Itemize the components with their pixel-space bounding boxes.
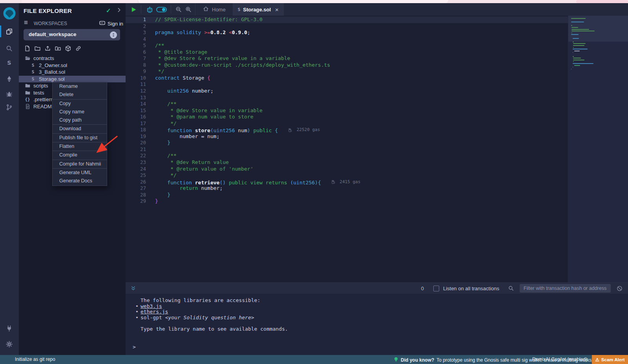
code-line-26[interactable]: 26 function retrieve() public view retur… [126,179,568,186]
cube-icon [65,45,71,52]
code-line-23[interactable]: 23 * @dev Return value [126,159,568,166]
code-line-24[interactable]: 24 * @return value of 'number' [126,166,568,173]
hamburger-icon[interactable]: ≡ [24,19,28,27]
code-line-27[interactable]: 27 return number; [126,185,568,192]
minimap[interactable] [568,16,628,282]
transaction-filter-input[interactable] [520,284,611,293]
menu-item-generate-uml[interactable]: Generate UML [53,169,107,177]
line-number: 2 [126,23,146,30]
code-line-21[interactable]: 21 [126,146,568,153]
line-number: 29 [126,198,146,205]
tab-storage-sol[interactable]: S Storage.sol × [233,3,284,16]
import-url-button[interactable] [75,45,82,52]
clear-console-icon[interactable] [616,285,623,292]
code-line-20[interactable]: 20 } [126,140,568,146]
tree-item-storage-sol[interactable]: SStorage.sol [19,76,126,83]
zoom-out-icon[interactable] [175,6,182,13]
lightbulb-icon [394,357,398,364]
code-line-6[interactable]: 6 * @title Storage [126,49,568,56]
tree-item-2-owner-sol[interactable]: S2_Owner.sol [19,62,126,69]
icon-rail: S [0,3,19,355]
code-line-12[interactable]: 12 uint256 number; [126,88,568,95]
upload-file-button[interactable] [44,45,51,52]
terminal-text: <your Solidity question here> [165,315,254,320]
rail-item-search[interactable] [0,41,18,55]
code-line-9[interactable]: 9 */ [126,68,568,75]
rail-item-settings[interactable] [0,337,18,351]
tree-item-contracts[interactable]: contracts [19,55,126,62]
sign-in-button[interactable]: Sign in [99,20,123,27]
menu-item-compile-for-nahmii[interactable]: Compile for Nahmii [53,160,107,168]
code-line-25[interactable]: 25 */ [126,172,568,179]
new-folder-button[interactable] [34,45,41,52]
menu-item-compile[interactable]: Compile [53,151,107,159]
tree-item-label: 3_Ballot.sol [39,69,65,75]
home-icon [203,5,209,13]
rail-item-file-explorer[interactable] [0,24,18,38]
close-icon[interactable]: × [275,6,279,13]
code-line-11[interactable]: 11 [126,81,568,88]
copilot-toggle[interactable] [156,6,167,13]
line-number: 6 [126,49,146,56]
terminal-body[interactable]: The following libraries are accessible:w… [126,294,628,355]
line-number: 26 [126,179,146,186]
code-line-1[interactable]: 1// SPDX-License-Identifier: GPL-3.0 [126,16,568,23]
gas-estimate: 22520 gas [288,127,320,133]
listen-all-checkbox[interactable] [433,286,439,291]
code-line-19[interactable]: 19 number = num; [126,133,568,140]
code-editor[interactable]: 1// SPDX-License-Identifier: GPL-3.023pr… [126,16,628,282]
code-line-22[interactable]: 22 /** [126,153,568,159]
code-line-3[interactable]: 3pragma solidity >=0.8.2 <0.9.0; [126,29,568,36]
code-line-15[interactable]: 15 * @dev Store value in variable [126,107,568,114]
tab-active-label: Storage.sol [243,7,271,13]
terminal-search-icon[interactable] [508,285,514,291]
terminal-line: sol-gpt <your Solidity question here> [141,315,288,321]
menu-item-copy-path[interactable]: Copy path [53,116,107,124]
code-line-7[interactable]: 7 * @dev Store & retrieve value in a var… [126,55,568,62]
code-line-10[interactable]: 10contract Storage { [126,75,568,82]
code-line-29[interactable]: 29} [126,198,568,205]
zoom-in-icon[interactable] [185,6,192,13]
new-file-button[interactable] [24,45,31,52]
import-ipfs-button[interactable] [64,45,71,52]
scam-alert-button[interactable]: ⚠ Scam Alert [592,355,628,364]
listen-all-label: Listen on all transactions [443,286,499,291]
menu-item-generate-docs[interactable]: Generate Docs [53,177,107,185]
init-git-repo-button[interactable]: Initialize as git repo [15,357,55,362]
upload-folder-button[interactable] [54,45,61,52]
code-line-4[interactable]: 4 [126,36,568,43]
workspace-select[interactable]: default_workspace [24,29,120,40]
code-line-13[interactable]: 13 [126,95,568,101]
code-line-14[interactable]: 14 /** [126,101,568,107]
ai-copilot-robot-icon[interactable] [146,5,154,14]
rail-item-deploy-run[interactable] [0,72,18,86]
copilot-status[interactable]: RemixAI Copilot (enabled) [532,357,587,362]
code-line-2[interactable]: 2 [126,23,568,30]
menu-item-delete[interactable]: Delete [53,91,107,99]
code-line-8[interactable]: 8 * @custom:dev-run-script ./scripts/dep… [126,62,568,69]
code-line-18[interactable]: 18 function store(uint256 num) public { … [126,127,568,133]
tree-item-3-ballot-sol[interactable]: S3_Ballot.sol [19,69,126,76]
menu-item-download[interactable]: Download [53,125,107,133]
menu-item-rename[interactable]: Rename [53,82,107,91]
menu-item-publish-file-to-gist[interactable]: Publish file to gist [53,134,107,142]
code-line-28[interactable]: 28 } [126,192,568,198]
code-line-17[interactable]: 17 */ [126,120,568,127]
code-line-16[interactable]: 16 * @param num value to store [126,114,568,120]
library-link[interactable]: ethers.js [141,309,168,315]
run-script-button[interactable] [130,6,137,13]
terminal-collapse-icon[interactable] [130,286,136,291]
remix-logo[interactable] [2,6,17,21]
menu-item-copy-name[interactable]: Copy name [53,108,107,116]
chevron-right-icon[interactable] [116,7,122,15]
tab-home[interactable]: Home [195,3,233,16]
library-link[interactable]: web3.js [141,303,162,309]
code-line-5[interactable]: 5/** [126,42,568,49]
rail-item-git[interactable] [0,100,18,114]
menu-item-flatten[interactable]: Flatten [53,142,107,151]
menu-item-copy[interactable]: Copy [53,100,107,108]
terminal-prompt[interactable]: > [133,344,136,350]
rail-item-plugin-manager[interactable] [0,321,18,335]
rail-item-debugger[interactable] [0,87,18,101]
rail-item-solidity-compiler[interactable]: S [0,56,18,70]
